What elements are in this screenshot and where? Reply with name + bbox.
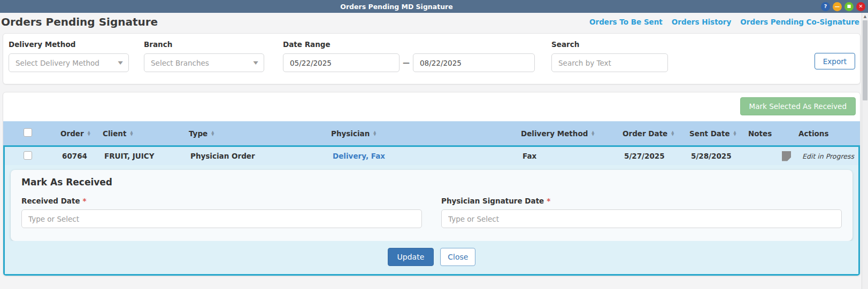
cell-action-status: Edit in Progress (797, 152, 858, 160)
sort-icon: ▲▼ (734, 131, 736, 136)
column-header-client[interactable]: Client ▲▼ (103, 129, 189, 138)
update-button[interactable]: Update (388, 248, 434, 266)
branch-label: Branch (144, 40, 264, 49)
sort-icon: ▲▼ (373, 131, 376, 136)
received-date-label: Received Date* (21, 197, 422, 205)
close-button[interactable]: Close (440, 248, 475, 266)
column-header-order[interactable]: Order ▲▼ (60, 129, 103, 138)
sort-icon: ▲▼ (671, 131, 674, 136)
sort-icon: ▲▼ (211, 131, 214, 136)
delivery-method-select[interactable]: Select Delivery Method ▼ (9, 53, 129, 72)
received-date-input[interactable] (21, 209, 422, 228)
cell-sent-date: 5/28/2025 (691, 152, 750, 160)
search-input[interactable] (551, 53, 668, 72)
mark-as-received-title: Mark As Received (21, 177, 842, 188)
link-orders-pending-co-signature[interactable]: Orders Pending Co-Signature (740, 18, 859, 26)
column-header-type[interactable]: Type ▲▼ (189, 129, 331, 138)
select-all-checkbox[interactable] (24, 128, 32, 137)
vertical-scrollbar[interactable]: ▲ (862, 13, 868, 289)
column-header-notes: Notes (748, 129, 795, 138)
chevron-down-icon: ▼ (118, 60, 122, 65)
delivery-method-placeholder: Select Delivery Method (16, 59, 99, 67)
cell-delivery-method: Fax (523, 152, 624, 160)
note-icon[interactable] (782, 151, 791, 161)
cell-order: 60764 (62, 152, 104, 160)
branch-placeholder: Select Branches (151, 59, 209, 67)
filter-panel: Delivery Method Select Delivery Method ▼… (3, 33, 861, 84)
date-from-input[interactable] (283, 53, 400, 72)
maximize-icon[interactable]: ■ (844, 2, 854, 11)
close-icon[interactable]: ✕ (856, 2, 865, 11)
window-titlebar: Orders Pending MD Signature ? — ■ ✕ (0, 0, 868, 13)
export-button[interactable]: Export (815, 53, 855, 69)
physician-signature-date-input[interactable] (441, 209, 842, 228)
required-asterisk: * (83, 197, 87, 205)
sort-icon: ▲▼ (592, 131, 594, 136)
row-checkbox[interactable] (24, 151, 32, 160)
cell-order-date: 5/27/2025 (624, 152, 691, 160)
help-icon[interactable]: ? (821, 2, 830, 11)
mark-as-received-form: Mark As Received Received Date* Physicia… (11, 170, 852, 241)
table-header-row: Order ▲▼ Client ▲▼ Type ▲▼ Physician ▲▼ … (3, 121, 860, 145)
selected-order-container: 60764 FRUIT, JUICY Physician Order Deliv… (3, 145, 860, 276)
window-title: Orders Pending MD Signature (0, 3, 793, 11)
window-controls: ? — ■ ✕ (821, 2, 865, 11)
scroll-up-icon[interactable]: ▲ (862, 13, 868, 20)
minimize-icon[interactable]: — (833, 2, 842, 11)
top-nav-links: Orders To Be Sent Orders History Orders … (589, 18, 859, 26)
column-header-sent-date[interactable]: Sent Date ▲▼ (689, 129, 748, 138)
delivery-method-label: Delivery Method (9, 40, 129, 49)
cell-physician-link[interactable]: Delivery, Fax (333, 152, 523, 160)
sort-icon: ▲▼ (88, 131, 90, 136)
date-range-separator: — (403, 59, 410, 67)
date-range-label: Date Range (283, 40, 535, 49)
scrollbar-thumb[interactable] (863, 20, 867, 100)
page-header: Orders Pending Signature Orders To Be Se… (0, 13, 861, 29)
column-header-actions: Actions (795, 129, 860, 138)
table-row[interactable]: 60764 FRUIT, JUICY Physician Order Deliv… (5, 147, 858, 165)
column-header-order-date[interactable]: Order Date ▲▼ (623, 129, 689, 138)
cell-client: FRUIT, JUICY (104, 152, 190, 160)
chevron-down-icon: ▼ (253, 60, 258, 65)
orders-table-panel: Mark Selected As Received Order ▲▼ Clien… (3, 92, 861, 276)
date-to-input[interactable] (413, 53, 535, 72)
page-title: Orders Pending Signature (1, 15, 158, 28)
physician-signature-date-label: Physician Signature Date* (441, 197, 842, 205)
column-header-physician[interactable]: Physician ▲▼ (331, 129, 521, 138)
column-header-delivery-method[interactable]: Delivery Method ▲▼ (521, 129, 623, 138)
cell-type: Physician Order (190, 152, 333, 160)
search-label: Search (551, 40, 668, 49)
link-orders-history[interactable]: Orders History (672, 18, 732, 26)
mark-as-received-section: Mark As Received Received Date* Physicia… (5, 165, 858, 274)
mark-selected-as-received-button[interactable]: Mark Selected As Received (740, 97, 856, 115)
link-orders-to-be-sent[interactable]: Orders To Be Sent (589, 18, 663, 26)
sort-icon: ▲▼ (130, 131, 133, 136)
branch-select[interactable]: Select Branches ▼ (144, 53, 264, 72)
required-asterisk: * (547, 197, 550, 205)
